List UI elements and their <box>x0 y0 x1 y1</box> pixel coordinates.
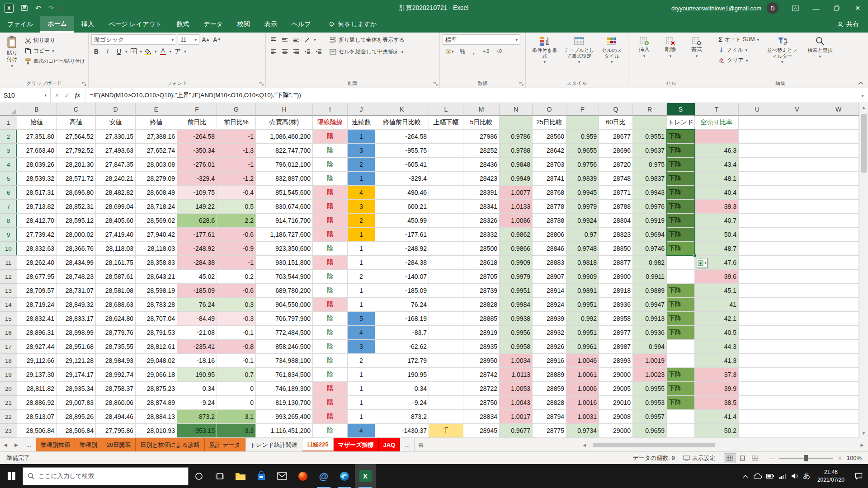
horizontal-scroll-track[interactable] <box>590 442 857 448</box>
column-header-O[interactable]: O <box>533 103 566 116</box>
cell-O23[interactable]: 28775 <box>533 424 566 438</box>
cut-button[interactable]: 切り取り <box>24 35 86 46</box>
cell-N20[interactable]: 1.0053 <box>500 382 533 396</box>
cell-J11[interactable]: 1 <box>348 256 375 270</box>
row-header-17[interactable]: 17 <box>0 340 17 354</box>
cell-K9[interactable]: -177.61 <box>375 228 429 242</box>
cell-M3[interactable]: 28252 <box>463 144 500 158</box>
cell-L3[interactable] <box>429 144 463 158</box>
cell-M6[interactable]: 28391 <box>463 186 500 200</box>
cell-I17[interactable]: 陰 <box>313 340 348 354</box>
cell-N11[interactable]: 0.9909 <box>500 256 533 270</box>
cell-D12[interactable]: 28,587.61 <box>96 270 136 284</box>
cell-L2[interactable] <box>429 130 463 144</box>
cell-K10[interactable]: -248.92 <box>375 242 429 256</box>
cell-D16[interactable]: 28,779.76 <box>96 326 136 340</box>
cell-J10[interactable]: 1 <box>348 242 375 256</box>
cell-J9[interactable]: 1 <box>348 228 375 242</box>
cell-V18[interactable] <box>776 354 818 368</box>
cell-W22[interactable] <box>818 410 859 424</box>
percent-style-button[interactable]: % <box>458 46 467 56</box>
cell-H7[interactable]: 830,674,600 <box>256 200 313 214</box>
cell-O2[interactable]: 28560 <box>533 130 566 144</box>
cell-S1[interactable]: トレンド <box>667 116 695 130</box>
excel-taskbar-button[interactable]: X <box>355 464 376 488</box>
cell-P9[interactable]: 0.97 <box>566 228 599 242</box>
cell-I3[interactable]: 陰 <box>313 144 348 158</box>
cell-D21[interactable]: 28,860.06 <box>96 396 136 410</box>
cell-T9[interactable]: 50.4 <box>695 228 739 242</box>
cell-C13[interactable]: 28,731.07 <box>57 284 96 298</box>
cell-S14[interactable]: 下降 <box>667 298 695 312</box>
cell-W21[interactable] <box>818 396 859 410</box>
cell-I6[interactable]: 陽 <box>313 186 348 200</box>
cell-D6[interactable]: 28,482.82 <box>96 186 136 200</box>
cell-F13[interactable]: -185.09 <box>177 284 217 298</box>
cell-G3[interactable]: -1.3 <box>217 144 256 158</box>
cell-V1[interactable] <box>776 116 818 130</box>
cell-O14[interactable]: 28924 <box>533 298 566 312</box>
cell-F10[interactable]: -248.92 <box>177 242 217 256</box>
cell-S8[interactable]: 下降 <box>667 214 695 228</box>
cell-K20[interactable]: 0.34 <box>375 382 429 396</box>
cell-L12[interactable] <box>429 270 463 284</box>
cell-L10[interactable] <box>429 242 463 256</box>
cell-V4[interactable] <box>776 158 818 172</box>
font-name-select[interactable]: 游ゴシック▾ <box>91 34 176 45</box>
row-header-11[interactable]: 11 <box>0 256 17 270</box>
phonetic-guide-button[interactable]: ア <box>173 46 183 56</box>
cell-M21[interactable]: 28750 <box>463 396 500 410</box>
confirm-entry-button[interactable]: ✓ <box>64 92 70 99</box>
row-header-12[interactable]: 12 <box>0 270 17 284</box>
number-format-select[interactable]: 標準▾ <box>443 34 520 45</box>
cell-B2[interactable]: 27,351.80 <box>17 130 57 144</box>
collapse-ribbon-button[interactable] <box>858 81 863 85</box>
cell-P6[interactable]: 0.9945 <box>566 186 599 200</box>
cell-Q18[interactable]: 28993 <box>599 354 633 368</box>
column-header-N[interactable]: N <box>500 103 533 116</box>
row-header-3[interactable]: 3 <box>0 144 17 158</box>
tab-page-layout[interactable]: ページ レイアウト <box>101 16 169 33</box>
cell-W3[interactable] <box>818 144 859 158</box>
row-header-21[interactable]: 21 <box>0 396 17 410</box>
cell-C8[interactable]: 28,595.12 <box>57 214 96 228</box>
cell-R8[interactable]: 0.9919 <box>633 214 667 228</box>
cell-W9[interactable] <box>818 228 859 242</box>
cell-H21[interactable]: 819,130,700 <box>256 396 313 410</box>
cell-J15[interactable]: 5 <box>348 312 375 326</box>
cell-G20[interactable]: 0 <box>217 382 256 396</box>
cell-R3[interactable]: 0.9637 <box>633 144 667 158</box>
orientation-button[interactable] <box>302 34 312 45</box>
cell-U13[interactable] <box>739 284 776 298</box>
account-email[interactable]: dryyourtearswithlove1@gmail.com <box>671 5 761 12</box>
cell-G15[interactable]: -0.3 <box>217 312 256 326</box>
cell-M5[interactable]: 28423 <box>463 172 500 186</box>
cell-G7[interactable]: 0.5 <box>217 200 256 214</box>
cell-Q14[interactable]: 28936 <box>599 298 633 312</box>
cell-E13[interactable]: 28,598.19 <box>136 284 177 298</box>
decrease-indent-button[interactable] <box>302 46 312 56</box>
cell-B3[interactable]: 27,663.40 <box>17 144 57 158</box>
cell-E21[interactable]: 28,874.89 <box>136 396 177 410</box>
cell-O17[interactable]: 28926 <box>533 340 566 354</box>
align-right-button[interactable] <box>291 46 301 56</box>
cell-E18[interactable]: 29,048.02 <box>136 354 177 368</box>
cell-C20[interactable]: 28,935.34 <box>57 382 96 396</box>
cell-F11[interactable]: -284.38 <box>177 256 217 270</box>
cell-T18[interactable]: 41.3 <box>695 354 739 368</box>
cell-K16[interactable]: -83.7 <box>375 326 429 340</box>
row-header-16[interactable]: 16 <box>0 326 17 340</box>
cell-V13[interactable] <box>776 284 818 298</box>
cell-N14[interactable]: 0.9984 <box>500 298 533 312</box>
cell-D20[interactable]: 28,758.37 <box>96 382 136 396</box>
cell-N21[interactable]: 1.0043 <box>500 396 533 410</box>
cell-L14[interactable] <box>429 298 463 312</box>
cell-J18[interactable]: 2 <box>348 354 375 368</box>
cell-B19[interactable]: 29,137.30 <box>17 368 57 382</box>
cell-S13[interactable]: 下降 <box>667 284 695 298</box>
cell-T8[interactable]: 40.7 <box>695 214 739 228</box>
cell-F19[interactable]: 190.95 <box>177 368 217 382</box>
ime-mode-indicator[interactable]: あ <box>801 464 813 488</box>
cell-G17[interactable]: -0.8 <box>217 340 256 354</box>
cell-Q3[interactable]: 28696 <box>599 144 633 158</box>
